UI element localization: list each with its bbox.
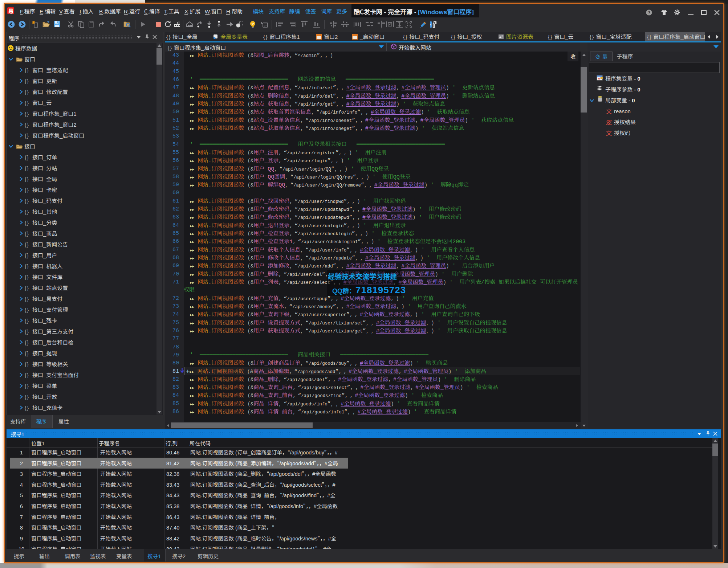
svg-text:?: ? — [648, 9, 650, 15]
